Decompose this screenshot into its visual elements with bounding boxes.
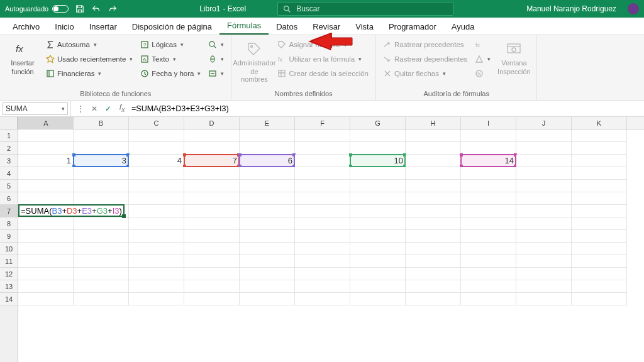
cell-I9[interactable] — [461, 230, 516, 243]
cell-H7[interactable] — [406, 205, 461, 217]
cell-K10[interactable] — [572, 243, 627, 255]
fx-icon[interactable]: fx — [115, 103, 129, 113]
cell-C8[interactable] — [129, 217, 184, 230]
cell-G2[interactable] — [350, 142, 406, 155]
cell-K4[interactable] — [572, 167, 627, 180]
cell-J10[interactable] — [516, 243, 572, 255]
row-header-14[interactable]: 14 — [0, 293, 18, 305]
cell-D6[interactable] — [184, 192, 240, 205]
cell-F9[interactable] — [295, 230, 350, 243]
cell-B11[interactable] — [74, 255, 129, 268]
cell-E6[interactable] — [240, 192, 295, 205]
cell-H1[interactable] — [406, 129, 461, 142]
cell-C10[interactable] — [129, 243, 184, 255]
cell-A4[interactable] — [18, 167, 74, 180]
cell-A3[interactable]: 1 — [18, 155, 74, 167]
cell-C12[interactable] — [129, 268, 184, 280]
col-header-K[interactable]: K — [572, 117, 627, 129]
cell-G10[interactable] — [350, 243, 406, 255]
cell-D10[interactable] — [184, 243, 240, 255]
cell-E14[interactable] — [240, 293, 295, 305]
col-header-B[interactable]: B — [74, 117, 129, 129]
cell-A8[interactable] — [18, 217, 74, 230]
accept-icon[interactable]: ✓ — [101, 104, 115, 113]
cell-D1[interactable] — [184, 129, 240, 142]
cell-J2[interactable] — [516, 142, 572, 155]
cell-K2[interactable] — [572, 142, 627, 155]
insert-function-button[interactable]: fx Insertar función — [5, 38, 40, 89]
row-header-12[interactable]: 12 — [0, 268, 18, 280]
cell-D7[interactable] — [184, 205, 240, 217]
col-header-J[interactable]: J — [516, 117, 572, 129]
cell-E4[interactable] — [240, 167, 295, 180]
cell-K13[interactable] — [572, 280, 627, 293]
cell-D11[interactable] — [184, 255, 240, 268]
row-header-9[interactable]: 9 — [0, 230, 18, 243]
col-header-F[interactable]: F — [295, 117, 350, 129]
cell-I7[interactable] — [461, 205, 516, 217]
user-name[interactable]: Manuel Naranjo Rodriguez — [526, 4, 616, 13]
cell-I6[interactable] — [461, 192, 516, 205]
cell-E9[interactable] — [240, 230, 295, 243]
cell-E10[interactable] — [240, 243, 295, 255]
tab-revisar[interactable]: Revisar — [305, 18, 348, 35]
cell-C3[interactable]: 4 — [129, 155, 184, 167]
col-header-I[interactable]: I — [461, 117, 516, 129]
cell-J5[interactable] — [516, 180, 572, 192]
cell-A14[interactable] — [18, 293, 74, 305]
cell-I11[interactable] — [461, 255, 516, 268]
more-fn-button[interactable]: ▾ — [206, 67, 226, 80]
cell-I8[interactable] — [461, 217, 516, 230]
cell-B14[interactable] — [74, 293, 129, 305]
cell-I10[interactable] — [461, 243, 516, 255]
math-button[interactable]: ▾ — [206, 52, 226, 65]
cell-A2[interactable] — [18, 142, 74, 155]
cell-D5[interactable] — [184, 180, 240, 192]
cell-A13[interactable] — [18, 280, 74, 293]
cell-J4[interactable] — [516, 167, 572, 180]
cell-H6[interactable] — [406, 192, 461, 205]
cell-K7[interactable] — [572, 205, 627, 217]
cell-D2[interactable] — [184, 142, 240, 155]
cell-H12[interactable] — [406, 268, 461, 280]
cell-C4[interactable] — [129, 167, 184, 180]
tab-disposición-de-página[interactable]: Disposición de página — [125, 18, 219, 35]
cell-A9[interactable] — [18, 230, 74, 243]
cell-J1[interactable] — [516, 129, 572, 142]
tab-ayuda[interactable]: Ayuda — [444, 18, 482, 35]
cell-H8[interactable] — [406, 217, 461, 230]
cell-B4[interactable] — [74, 167, 129, 180]
cell-F14[interactable] — [295, 293, 350, 305]
col-header-E[interactable]: E — [240, 117, 295, 129]
cell-I14[interactable] — [461, 293, 516, 305]
cell-C11[interactable] — [129, 255, 184, 268]
formula-input[interactable] — [129, 104, 644, 114]
cell-A1[interactable] — [18, 129, 74, 142]
cell-G14[interactable] — [350, 293, 406, 305]
cancel-icon[interactable]: ✕ — [87, 104, 101, 113]
cell-J12[interactable] — [516, 268, 572, 280]
cell-J6[interactable] — [516, 192, 572, 205]
datetime-button[interactable]: Fecha y hora▾ — [138, 67, 203, 80]
cell-G8[interactable] — [350, 217, 406, 230]
undo-icon[interactable] — [91, 4, 101, 14]
cell-F7[interactable] — [295, 205, 350, 217]
tab-datos[interactable]: Datos — [269, 18, 305, 35]
cell-I4[interactable] — [461, 167, 516, 180]
cell-B12[interactable] — [74, 268, 129, 280]
col-header-C[interactable]: C — [129, 117, 184, 129]
name-box[interactable]: SUMA ▾ — [3, 102, 68, 115]
row-header-5[interactable]: 5 — [0, 180, 18, 192]
cell-D14[interactable] — [184, 293, 240, 305]
cell-H4[interactable] — [406, 167, 461, 180]
cell-E3[interactable]: 6 — [240, 155, 295, 167]
cell-G3[interactable]: 10 — [350, 155, 406, 167]
search-box[interactable] — [277, 2, 453, 16]
cell-E13[interactable] — [240, 280, 295, 293]
tab-vista[interactable]: Vista — [348, 18, 381, 35]
row-header-8[interactable]: 8 — [0, 217, 18, 230]
cell-D4[interactable] — [184, 167, 240, 180]
col-header-D[interactable]: D — [184, 117, 240, 129]
cell-B10[interactable] — [74, 243, 129, 255]
cell-K6[interactable] — [572, 192, 627, 205]
